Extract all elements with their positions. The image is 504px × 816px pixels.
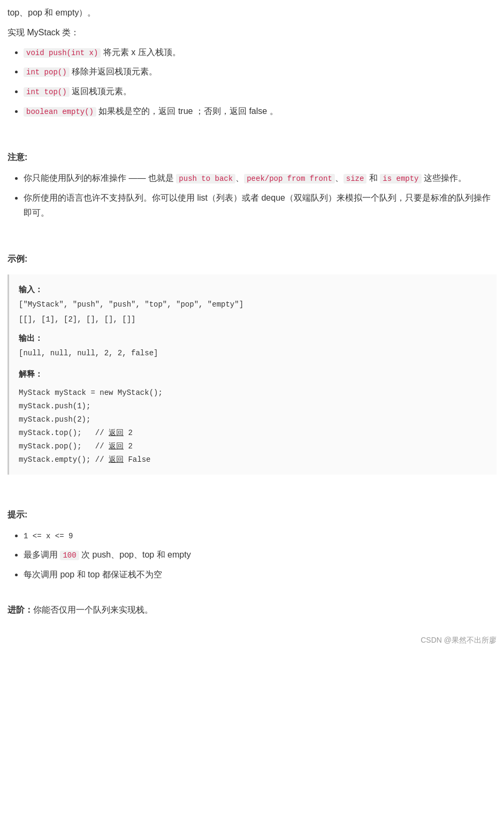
method-code-top: int top() bbox=[24, 87, 70, 97]
example-title: 示例: bbox=[7, 251, 497, 267]
advanced-title: 进阶： bbox=[7, 605, 33, 614]
method-desc-push: 将元素 x 压入栈顶。 bbox=[101, 48, 180, 57]
output-label: 输出： bbox=[19, 331, 487, 345]
input-label: 输入： bbox=[19, 282, 487, 296]
hint2-code: 100 bbox=[60, 551, 79, 560]
notice-item1-after: 这些操作。 bbox=[422, 173, 467, 182]
notice-item-1: 你只能使用队列的标准操作 —— 也就是 push to back、peek/po… bbox=[24, 171, 497, 186]
notice-list: 你只能使用队列的标准操作 —— 也就是 push to back、peek/po… bbox=[7, 171, 497, 221]
method-item-top: int top() 返回栈顶元素。 bbox=[24, 84, 497, 100]
notice-sep1: 、 bbox=[235, 173, 244, 182]
exp-return-top: 返回 bbox=[109, 429, 124, 437]
explanation-label: 解释： bbox=[19, 367, 487, 381]
page-content: top、pop 和 empty）。 实现 MyStack 类： void pus… bbox=[7, 0, 497, 663]
hints-section: 提示: 1 <= x <= 9 最多调用 100 次 push、pop、top … bbox=[7, 507, 497, 583]
method-item-push: void push(int x) 将元素 x 压入栈顶。 bbox=[24, 45, 497, 60]
hint-item-2: 最多调用 100 次 push、pop、top 和 empty bbox=[24, 547, 497, 563]
hint2-after: 次 push、pop、top 和 empty bbox=[79, 550, 191, 559]
methods-list: void push(int x) 将元素 x 压入栈顶。 int pop() 移… bbox=[7, 45, 497, 119]
notice-code-is-empty: is empty bbox=[380, 174, 421, 184]
advanced-section: 进阶：你能否仅用一个队列来实现栈。 bbox=[7, 603, 497, 618]
example-box: 输入： ["MyStack", "push", "push", "top", "… bbox=[7, 274, 497, 475]
hint-item-1: 1 <= x <= 9 bbox=[24, 528, 497, 544]
notice-title: 注意: bbox=[7, 150, 497, 165]
notice-code-push-to-back: push to back bbox=[176, 174, 235, 184]
top-intro-line2: 实现 MyStack 类： bbox=[7, 25, 497, 41]
example-section: 示例: 输入： ["MyStack", "push", "push", "top… bbox=[7, 251, 497, 474]
hint-item-3: 每次调用 pop 和 top 都保证栈不为空 bbox=[24, 567, 497, 583]
method-item-pop: int pop() 移除并返回栈顶元素。 bbox=[24, 64, 497, 80]
method-desc-pop: 移除并返回栈顶元素。 bbox=[70, 67, 157, 76]
top-line1-text: top、pop 和 empty）。 bbox=[7, 8, 96, 17]
top-intro-line1: top、pop 和 empty）。 bbox=[7, 5, 497, 21]
method-item-empty: boolean empty() 如果栈是空的，返回 true ；否则，返回 fa… bbox=[24, 104, 497, 119]
input-line1: ["MyStack", "push", "push", "top", "pop"… bbox=[19, 299, 487, 311]
output-value: [null, null, null, 2, 2, false] bbox=[19, 347, 487, 360]
notice-item1-before: 你只能使用队列的标准操作 —— 也就是 bbox=[24, 173, 176, 182]
input-line2: [[], [1], [2], [], [], []] bbox=[19, 314, 487, 326]
hints-list: 1 <= x <= 9 最多调用 100 次 push、pop、top 和 em… bbox=[7, 528, 497, 583]
method-desc-top: 返回栈顶元素。 bbox=[70, 87, 132, 96]
hints-title: 提示: bbox=[7, 507, 497, 523]
method-code-empty: boolean empty() bbox=[24, 107, 96, 117]
method-code-push: void push(int x) bbox=[24, 48, 101, 58]
notice-section: 注意: 你只能使用队列的标准操作 —— 也就是 push to back、pee… bbox=[7, 150, 497, 221]
exp-line-1: MyStack myStack = new MyStack(); myStack… bbox=[19, 388, 163, 464]
hint2-before: 最多调用 bbox=[24, 550, 60, 559]
hint1-text: 1 <= x <= 9 bbox=[24, 532, 73, 540]
notice-item1-middle: 和 bbox=[366, 173, 380, 182]
notice-code-size: size bbox=[343, 174, 367, 184]
notice-item2-text: 你所使用的语言也许不支持队列。你可以使用 list（列表）或者 deque（双端… bbox=[24, 193, 491, 218]
top-line2-text: 实现 MyStack 类： bbox=[7, 28, 79, 37]
notice-item-2: 你所使用的语言也许不支持队列。你可以使用 list（列表）或者 deque（双端… bbox=[24, 190, 497, 222]
notice-sep2: 、 bbox=[335, 173, 343, 182]
method-code-pop: int pop() bbox=[24, 67, 70, 77]
footer-text: CSDN @果然不出所廖 bbox=[421, 636, 497, 644]
method-desc-empty: 如果栈是空的，返回 true ；否则，返回 false 。 bbox=[96, 106, 278, 116]
exp-return-empty: 返回 bbox=[109, 455, 124, 464]
advanced-content: 你能否仅用一个队列来实现栈。 bbox=[33, 605, 153, 614]
advanced-text: 进阶：你能否仅用一个队列来实现栈。 bbox=[7, 603, 497, 618]
hint3-text: 每次调用 pop 和 top 都保证栈不为空 bbox=[24, 570, 162, 579]
footer: CSDN @果然不出所廖 bbox=[7, 634, 497, 652]
explanation-lines: MyStack myStack = new MyStack(); myStack… bbox=[19, 386, 487, 467]
exp-return-pop: 返回 bbox=[109, 442, 124, 451]
notice-code-peek-pop: peek/pop from front bbox=[244, 174, 335, 184]
